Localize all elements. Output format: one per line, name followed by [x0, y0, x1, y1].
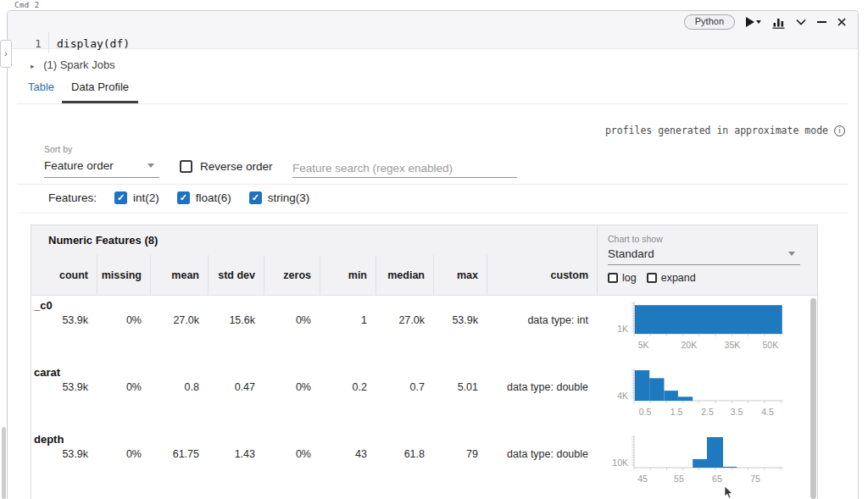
- filter-checkbox[interactable]: ✓: [177, 191, 190, 204]
- svg-text:1.5: 1.5: [670, 407, 683, 417]
- value-max: 53.9k: [433, 314, 487, 326]
- chart-options-button[interactable]: [772, 16, 785, 29]
- value-zeros: 0%: [264, 448, 320, 460]
- feature-rows: _c053.9k0%27.0k15.6k0%127.0k53.9kdata ty…: [31, 296, 817, 496]
- chart-option-checkboxes: log expand: [608, 272, 696, 284]
- log-label: log: [622, 272, 637, 284]
- features-label: Features:: [48, 191, 97, 204]
- run-cell-button[interactable]: [746, 17, 761, 27]
- expand-checkbox[interactable]: [647, 273, 657, 283]
- controls-divider: [17, 184, 849, 185]
- feature-row-carat: carat53.9k0%0.80.470%0.20.75.01data type…: [31, 363, 817, 430]
- filter-label: string(3): [268, 191, 310, 204]
- language-badge[interactable]: Python: [684, 14, 735, 30]
- column-header-custom: custom: [487, 255, 597, 296]
- column-header-min: min: [320, 255, 376, 296]
- value-min: 1: [320, 314, 376, 326]
- cell-toolbar: Python: [684, 14, 846, 30]
- expand-triangle-icon: ▸: [31, 62, 35, 70]
- feature-filter-float[interactable]: ✓float(6): [177, 191, 231, 204]
- svg-text:5K: 5K: [638, 340, 649, 350]
- value-count: 53.9k: [31, 314, 97, 326]
- expand-label: expand: [661, 272, 696, 284]
- numeric-features-table: Numeric Features (8) countmissingmeanstd…: [31, 225, 818, 499]
- value-custom: data type: double: [487, 381, 597, 393]
- svg-text:1K: 1K: [617, 324, 628, 334]
- value-std-dev: 15.6k: [208, 314, 264, 326]
- column-header-mean: mean: [150, 255, 208, 296]
- mouse-cursor: [723, 486, 735, 499]
- bar-chart-icon: [772, 16, 785, 29]
- feature-values: 53.9k0%0.80.470%0.20.75.01data type: dou…: [31, 381, 597, 393]
- reverse-order-control: Reverse order: [180, 160, 273, 173]
- feature-name: depth: [34, 433, 64, 446]
- close-cell-button[interactable]: [837, 18, 846, 26]
- histogram-chart: 10K45556575: [597, 431, 813, 494]
- tab-data-profile[interactable]: Data Profile: [62, 80, 138, 103]
- feature-search-input[interactable]: [292, 158, 517, 178]
- gutter-divider: [48, 32, 49, 53]
- svg-text:50K: 50K: [763, 340, 779, 350]
- column-header-zeros: zeros: [264, 255, 320, 296]
- feature-row-_c0: _c053.9k0%27.0k15.6k0%127.0k53.9kdata ty…: [31, 296, 817, 363]
- chart-to-show-label: Chart to show: [608, 234, 663, 244]
- tab-table[interactable]: Table: [28, 80, 54, 102]
- value-std-dev: 0.47: [208, 381, 264, 393]
- run-options-caret-icon: [756, 20, 761, 24]
- minus-icon: [817, 21, 826, 23]
- cell-collapse-handle[interactable]: ›: [0, 40, 12, 68]
- feature-values: 53.9k0%61.751.430%4361.879data type: dou…: [31, 448, 597, 460]
- value-missing: 0%: [97, 448, 150, 460]
- value-missing: 0%: [97, 381, 150, 393]
- value-std-dev: 1.43: [208, 448, 264, 460]
- value-max: 79: [433, 448, 487, 460]
- dropdown-caret-icon: [788, 252, 795, 256]
- value-count: 53.9k: [31, 448, 97, 460]
- reverse-order-checkbox[interactable]: [180, 160, 192, 173]
- line-number: 1: [35, 37, 42, 50]
- collapse-output-button[interactable]: [796, 19, 806, 25]
- spark-jobs-label: (1) Spark Jobs: [43, 58, 115, 71]
- feature-values: 53.9k0%27.0k15.6k0%127.0k53.9kdata type:…: [31, 314, 597, 326]
- column-header-missing: missing: [97, 255, 150, 296]
- feature-filter-string[interactable]: ✓string(3): [249, 191, 310, 204]
- log-checkbox[interactable]: [608, 273, 618, 283]
- value-mean: 0.8: [150, 381, 208, 393]
- chevron-right-icon: ›: [4, 49, 7, 58]
- value-max: 5.01: [433, 381, 487, 393]
- filter-label: float(6): [196, 191, 231, 204]
- sort-order-dropdown[interactable]: Feature order: [44, 159, 159, 178]
- filter-label: int(2): [133, 191, 159, 204]
- feature-filter-int[interactable]: ✓int(2): [114, 191, 159, 204]
- value-median: 61.8: [376, 448, 433, 460]
- notebook-output-area: Cmd 2 1 display(df) Python: [0, 0, 868, 499]
- filters-divider: [17, 213, 849, 213]
- value-median: 0.7: [376, 381, 433, 393]
- sort-by-label: Sort by: [44, 144, 72, 154]
- feature-name: _c0: [34, 299, 53, 312]
- code-text[interactable]: display(df): [57, 37, 130, 50]
- value-mean: 61.75: [150, 448, 208, 460]
- filter-checkbox[interactable]: ✓: [114, 191, 127, 204]
- spark-jobs-toggle[interactable]: ▸ (1) Spark Jobs: [31, 58, 115, 71]
- reverse-order-label: Reverse order: [200, 160, 273, 173]
- feature-name: carat: [34, 366, 60, 379]
- value-mean: 27.0k: [150, 314, 208, 326]
- table-title: Numeric Features (8): [48, 234, 158, 247]
- svg-text:65: 65: [712, 474, 722, 484]
- table-vertical-scrollbar[interactable]: [810, 298, 816, 499]
- dropdown-caret-icon: [147, 164, 154, 168]
- value-missing: 0%: [97, 314, 150, 326]
- filter-checkbox[interactable]: ✓: [249, 191, 262, 204]
- svg-text:0.5: 0.5: [639, 407, 652, 417]
- svg-text:35K: 35K: [725, 340, 741, 350]
- left-scrollbar-strip[interactable]: [2, 427, 6, 499]
- column-header-median: median: [376, 255, 433, 296]
- chart-type-dropdown[interactable]: Standard: [608, 247, 800, 265]
- info-icon[interactable]: i: [834, 125, 845, 136]
- close-icon: [837, 18, 846, 26]
- column-header-count: count: [31, 255, 97, 296]
- minimize-cell-button[interactable]: [817, 21, 826, 23]
- value-custom: data type: double: [487, 448, 597, 460]
- feature-filters: Features: ✓int(2)✓float(6)✓string(3): [48, 191, 309, 204]
